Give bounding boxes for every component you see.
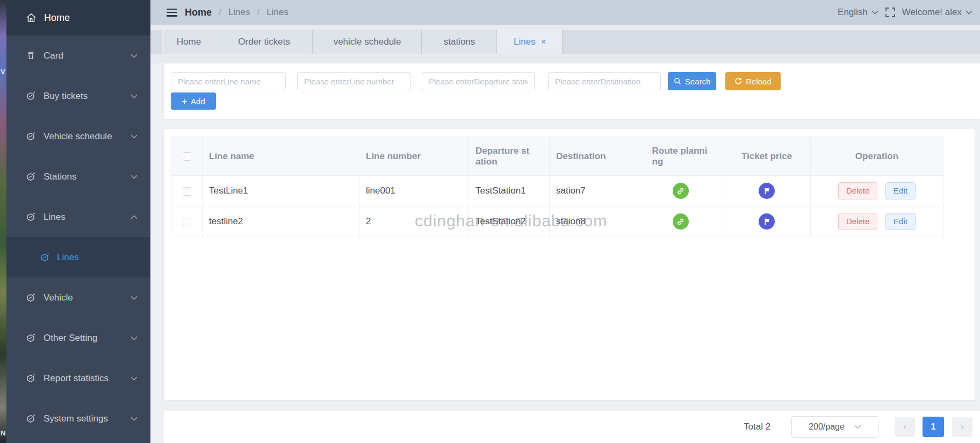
sidebar-item-vehicle-schedule[interactable]: Vehicle schedule (6, 116, 150, 156)
chevron-down-icon (131, 175, 138, 179)
column-header-route-planning: Route planning (638, 137, 723, 176)
topbar: Home / Lines / Lines English Welcome! al… (150, 0, 980, 25)
breadcrumb-lines[interactable]: Lines (228, 7, 250, 18)
fullscreen-icon[interactable] (885, 7, 896, 18)
tab-bar: Home Order tickets vehicle schedule stat… (150, 30, 980, 54)
breadcrumb-separator: / (219, 7, 221, 18)
breadcrumb-separator: / (257, 7, 260, 18)
sidebar-item-home[interactable]: Home (6, 0, 150, 35)
reload-button[interactable]: Reload (725, 72, 781, 90)
sidebar-item-stations[interactable]: Stations (6, 156, 150, 197)
sidebar-item-other-setting[interactable]: Other Setting (6, 318, 150, 358)
link-icon (676, 187, 684, 195)
tab-stations[interactable]: stations (422, 30, 497, 54)
chevron-down-icon (131, 54, 138, 58)
card-icon (26, 51, 36, 61)
chevron-down-icon (131, 296, 138, 300)
hamburger-icon[interactable] (167, 9, 177, 17)
cell-departure-station: TestStation1 (469, 176, 550, 206)
refresh-icon (734, 77, 742, 85)
sidebar-item-label: Card (44, 51, 123, 61)
next-page-button[interactable]: › (952, 417, 972, 437)
ticket-price-button[interactable] (759, 183, 775, 199)
current-page-button[interactable]: 1 (923, 417, 944, 437)
breadcrumb-home[interactable]: Home (185, 7, 212, 18)
destination-input[interactable] (548, 72, 661, 90)
chevron-up-icon (131, 215, 138, 219)
row-checkbox[interactable] (183, 218, 191, 226)
select-all-checkbox[interactable] (183, 152, 191, 161)
ticket-icon (26, 91, 36, 101)
add-button[interactable]: + Add (171, 92, 216, 110)
link-icon (676, 218, 684, 226)
chevron-down-icon (854, 425, 861, 429)
ticket-icon (26, 172, 36, 182)
filter-panel: Search Reload + Add (164, 63, 980, 119)
ticket-icon (26, 373, 36, 383)
route-planning-button[interactable] (673, 183, 689, 199)
ticket-icon (26, 131, 36, 141)
tab-label: vehicle schedule (334, 37, 401, 47)
cell-departure-station: TestStation2 (469, 206, 550, 237)
line-name-input[interactable] (171, 72, 286, 90)
delete-button[interactable]: Delete (838, 213, 877, 230)
language-dropdown[interactable]: English (838, 7, 878, 18)
close-icon[interactable]: × (541, 37, 546, 47)
cell-line-number: 2 (359, 206, 469, 237)
table-row: TestLine1 line001 TestStation1 sation7 (171, 176, 943, 206)
tab-home[interactable]: Home (162, 30, 215, 54)
pagination-bar: Total 2 200/page ‹ 1 › (164, 411, 980, 443)
sidebar-item-report-statistics[interactable]: Report statistics (6, 358, 150, 398)
cell-destination: staion8 (550, 206, 638, 237)
tab-label: Home (177, 37, 201, 47)
route-planning-button[interactable] (673, 213, 689, 230)
cell-destination: sation7 (550, 176, 638, 206)
ticket-icon (40, 252, 50, 262)
column-header-departure-station: Departure station (469, 137, 550, 176)
topbar-right: English Welcome! alex (838, 7, 980, 18)
prev-page-button[interactable]: ‹ (895, 417, 915, 437)
table-row: testline2 2 TestStation2 staion8 (171, 206, 943, 237)
language-label: English (838, 7, 868, 18)
tab-lines-active[interactable]: Lines × (497, 30, 563, 54)
cell-line-name: testline2 (203, 206, 359, 237)
line-number-input[interactable] (297, 72, 411, 90)
tab-vehicle-schedule[interactable]: vehicle schedule (313, 30, 422, 54)
sidebar-subitem-lines-active[interactable]: Lines (6, 237, 150, 277)
lines-table: Line name Line number Departure station … (171, 137, 943, 237)
column-header-line-name: Line name (203, 137, 359, 176)
desktop-wallpaper-strip: V N (0, 0, 6, 443)
column-header-destination: Destination (550, 137, 638, 176)
ticket-price-button[interactable] (759, 213, 775, 230)
main-area: Home / Lines / Lines English Welcome! al… (150, 0, 980, 443)
edit-button[interactable]: Edit (885, 213, 916, 230)
tab-order-tickets[interactable]: Order tickets (215, 30, 313, 54)
delete-button[interactable]: Delete (838, 182, 877, 199)
flag-icon (763, 187, 771, 195)
sidebar-item-vehicle[interactable]: Vehicle (6, 277, 150, 318)
page-size-select[interactable]: 200/page (791, 416, 878, 438)
cell-line-name: TestLine1 (203, 176, 359, 206)
sidebar-item-label: Buy tickets (44, 91, 123, 102)
sidebar-item-label: Vehicle schedule (44, 131, 123, 142)
sidebar-item-buy-tickets[interactable]: Buy tickets (6, 76, 150, 116)
user-dropdown[interactable]: Welcome! alex (902, 7, 972, 18)
sidebar-item-system-settings[interactable]: System settings (6, 398, 150, 439)
column-header-line-number: Line number (359, 137, 469, 176)
edit-button[interactable]: Edit (885, 182, 916, 199)
tab-label: Order tickets (238, 37, 290, 47)
sidebar-item-card[interactable]: Card (6, 35, 150, 76)
home-icon (26, 12, 37, 23)
search-button[interactable]: Search (668, 72, 716, 90)
departure-station-input[interactable] (422, 72, 535, 90)
lines-table-card: Line name Line number Departure station … (164, 129, 975, 400)
sidebar-item-label: Other Setting (44, 333, 123, 344)
sidebar-item-lines[interactable]: Lines (6, 197, 150, 237)
pagination-total: Total 2 (744, 411, 770, 443)
ticket-icon (26, 212, 36, 222)
breadcrumb: Home / Lines / Lines (185, 7, 289, 18)
table-header-row: Line name Line number Departure station … (171, 137, 943, 176)
column-header-operation: Operation (811, 137, 943, 176)
row-checkbox[interactable] (183, 187, 191, 196)
sidebar-item-label: Lines (44, 212, 123, 223)
